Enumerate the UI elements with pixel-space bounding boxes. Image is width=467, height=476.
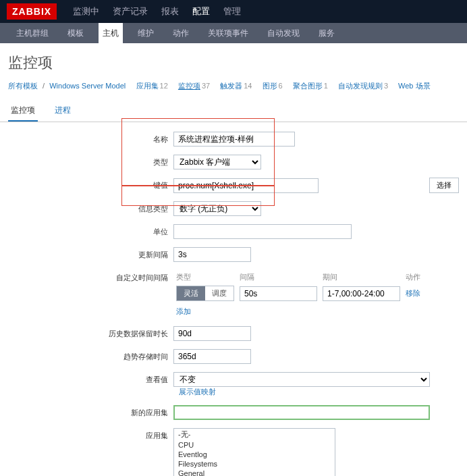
label-name: 名称	[8, 132, 173, 144]
crumb-discovery-count: 3	[384, 82, 388, 90]
type-select[interactable]: Zabbix 客户端	[173, 155, 261, 169]
nav2-template[interactable]: 模板	[63, 23, 88, 44]
nav2-discovery[interactable]: 自动发现	[263, 23, 304, 44]
crumb-trigger-count: 14	[244, 82, 252, 90]
crumb-model[interactable]: Windows Server Model	[49, 82, 126, 90]
key-input[interactable]	[173, 178, 319, 193]
crumb-app-count: 12	[160, 82, 168, 90]
ci-period-input[interactable]	[323, 286, 400, 301]
nav1-monitor[interactable]: 监测中	[73, 0, 99, 23]
ci-seg-schedule[interactable]: 调度	[205, 286, 234, 300]
ci-type-segment: 灵活 调度	[176, 286, 234, 301]
crumb-sep: /	[43, 82, 45, 90]
ci-add-button[interactable]: 添加	[176, 307, 191, 317]
top-bar: ZABBIX 监测中 资产记录 报表 配置 管理	[0, 0, 467, 23]
appset-option[interactable]: Eventlog	[174, 450, 335, 459]
crumb-all-tpl[interactable]: 所有模板	[8, 82, 38, 90]
label-custom-interval: 自定义时间间隔	[8, 270, 173, 283]
infotype-select[interactable]: 数字 (无正负)	[173, 201, 261, 216]
crumb-graph-count: 6	[279, 82, 283, 90]
nav2-host[interactable]: 主机	[99, 23, 123, 44]
label-newapp: 新的应用集	[8, 405, 173, 418]
ci-head-interval: 间隔	[237, 270, 320, 284]
newapp-input[interactable]	[173, 405, 430, 420]
label-unit: 单位	[8, 224, 173, 237]
ci-interval-input[interactable]	[240, 286, 317, 301]
label-update: 更新间隔	[8, 247, 173, 260]
label-infotype: 信息类型	[8, 201, 173, 214]
name-input[interactable]	[173, 132, 295, 147]
nav2-maintenance[interactable]: 维护	[134, 23, 158, 44]
unit-input[interactable]	[173, 224, 352, 239]
crumb-trigger[interactable]: 触发器	[220, 82, 242, 90]
label-key: 键值	[8, 178, 173, 190]
crumb-items-count: 37	[202, 82, 210, 90]
ci-head-period: 期间	[320, 270, 403, 284]
nav2-hostgroup[interactable]: 主机群组	[12, 23, 53, 44]
page-title: 监控项	[0, 43, 467, 81]
nav2-service[interactable]: 服务	[314, 23, 339, 44]
appset-option[interactable]: -无-	[174, 429, 335, 440]
update-interval-input[interactable]	[173, 247, 251, 262]
crumb-screen-count: 1	[324, 82, 328, 90]
ci-head-type: 类型	[173, 270, 237, 284]
label-trend: 趋势存储时间	[8, 349, 173, 362]
crumb-screen[interactable]: 聚合图形	[293, 82, 323, 90]
subnav: 主机群组 模板 主机 维护 动作 关联项事件 自动发现 服务	[0, 23, 467, 43]
brand-logo: ZABBIX	[7, 3, 57, 20]
showvalue-link[interactable]: 展示值映射	[179, 387, 216, 397]
crumb-web[interactable]: Web 场景	[398, 82, 430, 90]
breadcrumb: 所有模板 / Windows Server Model 应用集12 监控项37 …	[0, 81, 467, 101]
ci-seg-flexible[interactable]: 灵活	[177, 286, 205, 300]
label-history: 历史数据保留时长	[8, 326, 173, 339]
crumb-graph[interactable]: 图形	[263, 82, 277, 90]
nav1-config[interactable]: 配置	[192, 0, 210, 23]
nav2-action[interactable]: 动作	[169, 23, 193, 44]
nav1-inventory[interactable]: 资产记录	[113, 0, 148, 23]
tab-item[interactable]: 监控项	[8, 101, 38, 122]
label-type: 类型	[8, 155, 173, 167]
appset-option[interactable]: General	[174, 469, 335, 476]
nav1-admin[interactable]: 管理	[223, 0, 241, 23]
nav1-report[interactable]: 报表	[161, 0, 179, 23]
history-input[interactable]	[173, 326, 251, 341]
appset-option[interactable]: Filesystems	[174, 459, 335, 469]
tabs: 监控项 进程	[0, 101, 467, 122]
crumb-app[interactable]: 应用集	[136, 82, 159, 90]
appset-option[interactable]: CPU	[174, 440, 335, 450]
trend-input[interactable]	[173, 349, 251, 364]
key-select-button[interactable]: 选择	[429, 178, 459, 193]
ci-remove-button[interactable]: 移除	[406, 288, 420, 298]
label-showvalue: 查看值	[8, 372, 173, 385]
appset-listbox[interactable]: -无- CPU Eventlog Filesystems General Mem…	[173, 428, 335, 476]
tab-process[interactable]: 进程	[52, 101, 74, 122]
highlight-box-1	[121, 118, 275, 186]
custom-interval-table: 类型 间隔 期间 动作 灵活 调度 移除 添加	[173, 270, 441, 318]
label-appset: 应用集	[8, 428, 173, 441]
crumb-discovery[interactable]: 自动发现规则	[338, 82, 383, 90]
item-form: 名称 类型 Zabbix 客户端 键值 选择 信息类型 数字 (无正负) 单位 …	[0, 122, 467, 476]
nav2-correlate[interactable]: 关联项事件	[204, 23, 252, 44]
ci-head-action: 动作	[403, 270, 441, 284]
crumb-items[interactable]: 监控项	[178, 82, 200, 90]
showvalue-select[interactable]: 不变	[173, 372, 430, 387]
